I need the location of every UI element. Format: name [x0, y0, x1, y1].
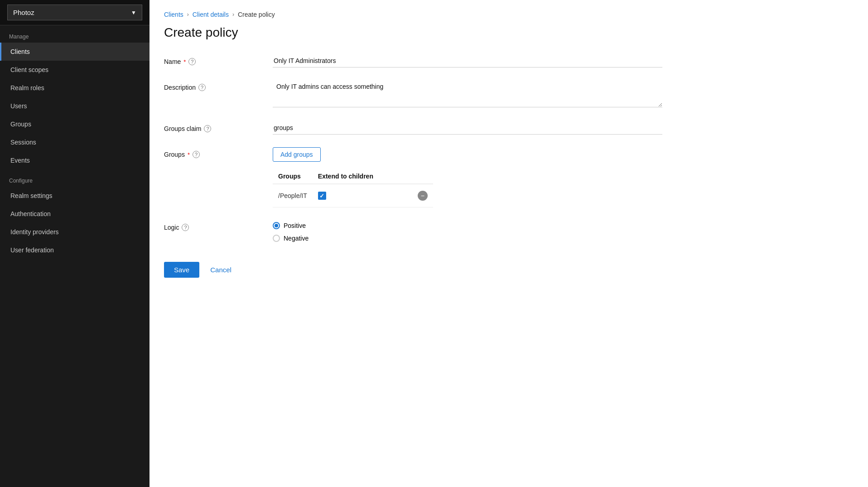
- logic-help-icon[interactable]: ?: [182, 224, 189, 231]
- logic-negative-label: Negative: [284, 235, 309, 242]
- group-name-cell: /People/IT: [273, 184, 313, 207]
- description-control: [273, 80, 662, 109]
- groups-help-icon[interactable]: ?: [193, 151, 200, 158]
- cancel-button[interactable]: Cancel: [207, 262, 235, 278]
- description-label: Description: [164, 84, 196, 91]
- description-row: Description ?: [164, 80, 662, 109]
- sidebar-item-users[interactable]: Users: [0, 97, 149, 115]
- extend-checkbox[interactable]: [318, 192, 326, 200]
- groups-claim-input[interactable]: [273, 121, 662, 135]
- remove-cell: −: [412, 184, 433, 207]
- groups-claim-row: Groups claim ?: [164, 121, 662, 135]
- sidebar-item-authentication[interactable]: Authentication: [0, 205, 149, 223]
- breadcrumb: Clients › Client details › Create policy: [164, 11, 854, 18]
- groups-required: *: [188, 151, 190, 158]
- groups-control: Add groups Groups Extend to children /Pe: [273, 147, 433, 207]
- realm-name: Photoz: [13, 9, 34, 16]
- logic-label-col: Logic ?: [164, 220, 264, 231]
- sidebar-item-realm-roles[interactable]: Realm roles: [0, 79, 149, 97]
- main-content: Clients › Client details › Create policy…: [149, 0, 868, 487]
- logic-control: Positive Negative: [273, 220, 662, 242]
- breadcrumb-client-details[interactable]: Client details: [193, 11, 229, 18]
- description-input[interactable]: [273, 80, 662, 107]
- breadcrumb-sep-1: ›: [187, 11, 189, 18]
- sidebar-item-client-scopes[interactable]: Client scopes: [0, 61, 149, 79]
- description-label-col: Description ?: [164, 80, 264, 91]
- sidebar: Photoz ▼ Manage Clients Client scopes Re…: [0, 0, 149, 487]
- groups-label: Groups: [164, 151, 185, 158]
- logic-negative-radio[interactable]: [273, 235, 280, 242]
- breadcrumb-current: Create policy: [238, 11, 275, 18]
- create-policy-form: Name * ? Description ? Groups claim ?: [164, 54, 662, 278]
- sidebar-configure-section: Configure Realm settings Authentication …: [0, 169, 149, 259]
- col-extend-to-children: Extend to children: [313, 169, 412, 184]
- logic-positive-label: Positive: [284, 222, 306, 229]
- sidebar-manage-section: Manage Clients Client scopes Realm roles…: [0, 25, 149, 169]
- logic-positive-radio[interactable]: [273, 222, 280, 229]
- sidebar-item-sessions[interactable]: Sessions: [0, 133, 149, 151]
- name-required: *: [183, 58, 186, 65]
- groups-claim-label-col: Groups claim ?: [164, 121, 264, 132]
- name-control: [273, 54, 662, 68]
- sidebar-item-events[interactable]: Events: [0, 151, 149, 169]
- col-actions: [412, 169, 433, 184]
- extend-to-children-cell: [313, 184, 412, 207]
- groups-row: Groups * ? Add groups Groups Extend to c…: [164, 147, 662, 207]
- sidebar-item-groups[interactable]: Groups: [0, 115, 149, 133]
- remove-row-icon[interactable]: −: [418, 191, 428, 201]
- groups-claim-label: Groups claim: [164, 125, 201, 132]
- name-label-col: Name * ?: [164, 54, 264, 65]
- sidebar-item-realm-settings[interactable]: Realm settings: [0, 187, 149, 205]
- logic-label: Logic: [164, 224, 179, 231]
- groups-claim-help-icon[interactable]: ?: [204, 125, 211, 132]
- col-groups: Groups: [273, 169, 313, 184]
- sidebar-item-clients[interactable]: Clients: [0, 43, 149, 61]
- sidebar-header: Photoz ▼: [0, 0, 149, 25]
- name-row: Name * ?: [164, 54, 662, 68]
- configure-section-label: Configure: [0, 169, 149, 187]
- chevron-down-icon: ▼: [131, 10, 136, 16]
- name-label: Name: [164, 58, 181, 65]
- groups-table: Groups Extend to children /People/IT: [273, 169, 433, 207]
- description-help-icon[interactable]: ?: [198, 84, 206, 91]
- sidebar-item-user-federation[interactable]: User federation: [0, 241, 149, 259]
- logic-positive-option[interactable]: Positive: [273, 222, 662, 229]
- logic-negative-option[interactable]: Negative: [273, 235, 662, 242]
- logic-radio-group: Positive Negative: [273, 222, 662, 242]
- action-row: Save Cancel: [164, 255, 662, 278]
- breadcrumb-sep-2: ›: [232, 11, 234, 18]
- groups-label-col: Groups * ?: [164, 147, 264, 158]
- manage-section-label: Manage: [0, 25, 149, 43]
- save-button[interactable]: Save: [164, 262, 199, 278]
- realm-selector[interactable]: Photoz ▼: [7, 5, 142, 20]
- logic-row: Logic ? Positive Negative: [164, 220, 662, 242]
- groups-claim-control: [273, 121, 662, 135]
- add-groups-button[interactable]: Add groups: [273, 147, 321, 162]
- table-row: /People/IT −: [273, 184, 433, 207]
- name-help-icon[interactable]: ?: [188, 58, 196, 65]
- page-title: Create policy: [164, 25, 854, 40]
- sidebar-item-identity-providers[interactable]: Identity providers: [0, 223, 149, 241]
- breadcrumb-clients[interactable]: Clients: [164, 11, 183, 18]
- name-input[interactable]: [273, 54, 662, 68]
